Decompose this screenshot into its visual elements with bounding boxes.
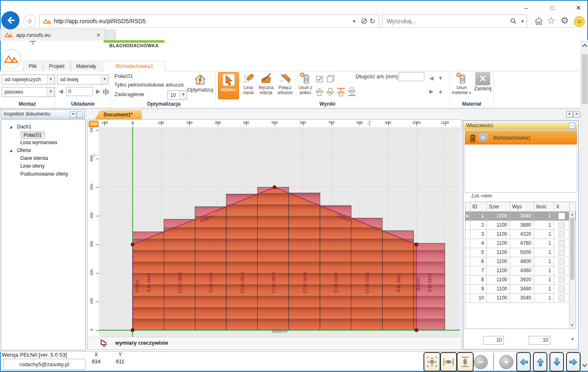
nudge-left-icon[interactable]: ◀ — [428, 75, 435, 82]
align-select[interactable]: od lewej▼ — [57, 75, 109, 85]
remove-from-surface-button[interactable]: Usuń z połaci — [296, 72, 315, 99]
document-menu-icon[interactable]: ▼ — [566, 111, 573, 118]
row-checkbox[interactable] — [559, 249, 565, 256]
move-to-top-icon[interactable] — [336, 87, 346, 97]
scroll-down-icon[interactable]: ▼ — [569, 324, 575, 327]
document-close-icon[interactable]: ✕ — [573, 111, 580, 118]
row-checkbox[interactable] — [559, 231, 565, 237]
real-dimensions-icon[interactable]: Yr — [99, 338, 109, 348]
table-row[interactable]: 3110043201 — [465, 230, 576, 239]
row-checkbox[interactable] — [559, 286, 565, 292]
pan-right-button[interactable] — [566, 352, 581, 372]
pan-down-button[interactable] — [549, 352, 564, 372]
refresh-icon[interactable]: ↻ — [370, 17, 375, 26]
tree-item-linie-oferty[interactable]: Linie oferty — [1, 162, 85, 170]
tree-item-dane-klienta[interactable]: Dane klienta — [1, 155, 85, 162]
ribbon-tab-materialy[interactable]: Materiały — [71, 61, 102, 72]
zoom-fit-height-button[interactable] — [457, 352, 474, 372]
window-maximize-icon[interactable]: □ — [546, 3, 559, 12]
stop-icon[interactable] — [361, 18, 368, 24]
remove-material-button[interactable]: Usuń materiał ▼ — [452, 72, 472, 99]
expander-icon[interactable]: ◢ — [10, 123, 12, 131]
tree-item-po-a-01[interactable]: Połać01 — [1, 131, 85, 139]
page-scrollbar[interactable] — [581, 40, 588, 371]
tree-item-label[interactable]: Lista wymiarowa — [20, 139, 57, 147]
cell-x[interactable] — [554, 266, 570, 275]
scroll-up-icon[interactable]: ▲ — [569, 213, 575, 216]
settings-gear-icon[interactable]: ⚙ — [561, 15, 569, 26]
column-header-szer[interactable]: Szer — [487, 202, 510, 211]
tree-item-lista-wymiarowa[interactable]: Lista wymiarowa — [1, 139, 85, 147]
tree-item-label[interactable]: Połać01 — [20, 131, 45, 139]
search-icon[interactable] — [510, 18, 517, 24]
row-checkbox[interactable] — [559, 222, 565, 228]
sort-order-select[interactable]: od największych▼ — [2, 75, 55, 85]
tree-item-label[interactable]: Dach1 — [17, 123, 31, 131]
select-all-checkbox-icon[interactable] — [316, 75, 324, 83]
chevron-down-icon[interactable]: ▼ — [101, 75, 108, 84]
url-text[interactable]: http://app.rsroofs.eu/pl/RSD5/RSD5 — [54, 18, 350, 24]
roof-vertex-handle[interactable] — [131, 329, 134, 332]
roof-vertex-handle[interactable] — [131, 243, 134, 246]
tree-item-podsumowanie-oferty[interactable]: Podsumowanie oferty — [1, 170, 85, 178]
roof-surface[interactable] — [133, 187, 416, 330]
inspector-collapse-icon[interactable]: ‒ — [77, 111, 83, 118]
footer-input-2[interactable]: 10 — [529, 336, 550, 345]
row-checkbox[interactable] — [559, 277, 565, 283]
cell-x[interactable] — [554, 230, 570, 239]
app-logo[interactable] — [1, 49, 21, 69]
trash-icon[interactable] — [468, 133, 477, 143]
scrollbar-up-icon[interactable] — [582, 43, 588, 48]
row-checkbox[interactable] — [559, 295, 565, 301]
search-dropdown-icon[interactable]: ▼ — [518, 19, 527, 24]
tree-item-label[interactable]: Oferta — [17, 147, 31, 155]
table-scrollbar[interactable]: ▲ ▼ — [569, 212, 575, 328]
column-header-x[interactable]: X — [554, 202, 570, 211]
cell-x[interactable] — [554, 294, 570, 302]
distribute-bars-icon[interactable] — [103, 88, 109, 95]
tree-item-label[interactable]: Linie oferty — [20, 162, 45, 170]
ribbon-tab-plik[interactable]: Plik — [23, 61, 43, 72]
move-down-icon[interactable] — [326, 87, 335, 97]
row-checkbox[interactable] — [559, 258, 565, 265]
table-row[interactable]: ▶1110034401 — [465, 212, 576, 221]
window-minimize-icon[interactable]: – — [520, 3, 532, 12]
column-header-id[interactable]: ID — [470, 202, 487, 211]
zoom-fit-width-button[interactable] — [440, 352, 457, 372]
cell-x[interactable] — [554, 285, 570, 293]
tree-item-oferta[interactable]: ◢Oferta — [1, 147, 85, 155]
account-box[interactable]: rsdachy5@zasoby.pl — [3, 359, 85, 370]
material-item[interactable]: ✕ Blchodachówka1 — [465, 131, 577, 145]
roof-vertex-handle[interactable] — [415, 329, 418, 332]
roof-vertex-handle[interactable] — [273, 186, 276, 189]
back-button[interactable] — [1, 11, 19, 29]
search-input[interactable] — [386, 17, 510, 25]
nudge-down-icon[interactable]: ▼ — [437, 75, 444, 82]
cell-x[interactable] — [554, 248, 570, 257]
sheet-length-input[interactable] — [399, 72, 424, 81]
home-icon[interactable] — [534, 16, 544, 26]
zoom-fit-all-button[interactable] — [423, 352, 440, 372]
tree-item-label[interactable]: Dane klienta — [20, 155, 48, 162]
chevron-down-icon[interactable]: ▼ — [47, 75, 54, 84]
ribbon-tab-blchodachowka[interactable]: Blchodachówka1 — [104, 61, 165, 72]
table-row[interactable]: 9110034801 — [465, 285, 576, 294]
cell-x[interactable] — [554, 257, 570, 266]
table-row[interactable]: 5110050001 — [465, 248, 576, 257]
row-checkbox[interactable] — [559, 213, 565, 219]
window-close-icon[interactable]: ✕ — [572, 3, 585, 12]
feedback-smiley-icon[interactable] — [574, 16, 585, 27]
properties-collapse-icon[interactable]: ‒ — [569, 123, 575, 129]
panel-scroll-down-icon[interactable]: ▼ — [571, 337, 574, 341]
favorites-star-icon[interactable]: ☆ — [547, 15, 556, 26]
cell-x[interactable] — [554, 221, 570, 229]
close-material-button[interactable]: ✕ Zamknij — [472, 72, 493, 99]
chevron-down-icon[interactable]: ▼ — [47, 87, 54, 97]
roof-drawing[interactable]: 3440 M:93880 M:104320 M:114760 M:125000 … — [99, 127, 460, 337]
scrollbar-thumb[interactable] — [582, 54, 588, 104]
quick-access-dropdown-icon[interactable]: ▼ — [30, 41, 36, 47]
table-row[interactable]: 7110043601 — [465, 266, 576, 275]
table-row[interactable]: 6110048001 — [465, 257, 576, 266]
drawing-canvas[interactable]: 3440 M:93880 M:104320 M:114760 M:125000 … — [99, 127, 460, 337]
scrollbar-down-icon[interactable] — [582, 363, 588, 367]
